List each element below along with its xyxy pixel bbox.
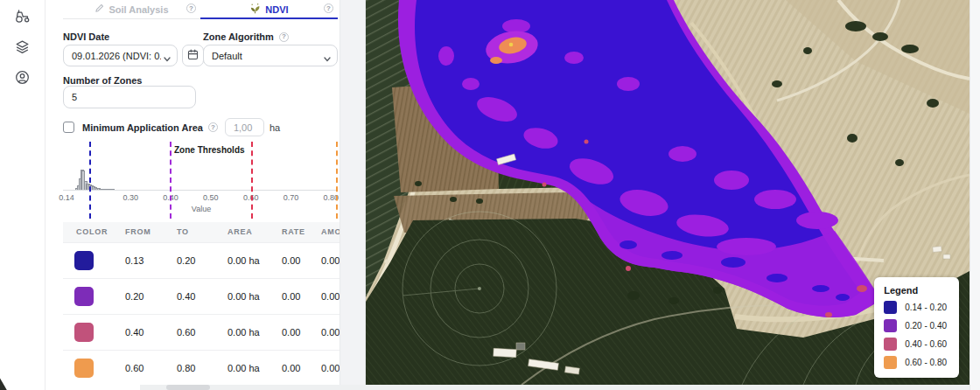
min-area-unit: ha <box>270 122 280 133</box>
help-icon[interactable]: ? <box>186 3 196 13</box>
zones-table: COLORFROMTOAREARATEAMOUNT 0.130.200.00 h… <box>63 222 340 386</box>
table-cell-amount: 0.00 <box>321 242 340 278</box>
axis-tick-label: 0.30 <box>123 193 139 202</box>
chart-baseline <box>63 190 336 191</box>
table-cell-area: 0.00 ha <box>228 278 282 314</box>
chart-x-axis-label: Value <box>192 205 211 213</box>
table-column-header: FROM <box>125 222 177 242</box>
table-column-header: TO <box>177 222 228 242</box>
chevron-down-icon <box>164 53 171 64</box>
legend-title: Legend <box>884 285 947 296</box>
help-icon[interactable]: ? <box>324 3 333 13</box>
table-header: COLORFROMTOAREARATEAMOUNT <box>63 222 340 242</box>
ndvi-date-select[interactable]: 09.01.2026 (NDVI: 0.194 <box>63 45 178 66</box>
zone-algorithm-select[interactable]: Default <box>203 45 338 66</box>
table-cell-area: 0.00 ha <box>228 242 282 278</box>
ndvi-histogram: Zone Thresholds Value 0.140.300.400.500.… <box>63 142 340 220</box>
number-of-zones-label: Number of Zones <box>63 75 142 86</box>
table-column-header: AMOUNT <box>321 222 340 242</box>
table-cell-rate: 0.00 <box>282 314 321 350</box>
table-cell-amount: 0.00 <box>321 278 340 314</box>
axis-tick-label: 0.14 <box>59 193 74 202</box>
legend-label: 0.14 - 0.20 <box>905 303 947 312</box>
pencil-icon <box>94 3 104 15</box>
panel-tabs: Soil Analysis ? NDVI ? <box>63 0 338 19</box>
table-cell-to: 0.40 <box>177 278 228 314</box>
zone-color-swatch[interactable] <box>74 287 94 306</box>
table-row[interactable]: 0.600.800.00 ha0.000.00 <box>63 350 340 386</box>
table-column-header: RATE <box>282 222 321 242</box>
zone-settings-panel: Soil Analysis ? NDVI ? NDVI Date Zone Al… <box>46 0 340 390</box>
legend-item: 0.20 - 0.40 <box>884 319 947 332</box>
tab-label: Soil Analysis <box>108 4 168 15</box>
table-column-header: COLOR <box>63 222 125 242</box>
chart-title: Zone Thresholds <box>174 145 245 155</box>
vertical-scrollbar[interactable] <box>970 0 980 390</box>
sidebar-item-layers[interactable] <box>11 37 34 59</box>
satellite-map[interactable]: Legend 0.14 - 0.200.20 - 0.400.40 - 0.60… <box>366 0 970 385</box>
table-cell-rate: 0.00 <box>282 350 321 386</box>
table-cell-from: 0.40 <box>125 314 177 350</box>
legend-label: 0.40 - 0.60 <box>905 339 947 349</box>
help-icon[interactable]: ? <box>279 32 289 42</box>
table-cell-rate: 0.00 <box>282 278 321 314</box>
legend-color-swatch <box>884 338 897 351</box>
help-icon[interactable]: ? <box>208 122 218 132</box>
min-area-checkbox[interactable] <box>63 122 74 133</box>
zone-color-swatch[interactable] <box>74 359 94 378</box>
layers-icon <box>14 38 31 59</box>
tractor-icon <box>14 8 31 28</box>
table-cell-rate: 0.00 <box>282 242 321 278</box>
sprout-icon <box>249 3 261 16</box>
legend-color-swatch <box>884 356 897 369</box>
sidebar-item-farm[interactable] <box>11 6 34 29</box>
sidebar-item-account[interactable] <box>11 67 34 90</box>
ndvi-date-label: NDVI Date <box>63 31 109 42</box>
min-area-label: Minimum Application Area <box>82 122 203 133</box>
legend-color-swatch <box>884 301 897 314</box>
zones-table-container: COLORFROMTOAREARATEAMOUNT 0.130.200.00 h… <box>63 222 340 390</box>
app-sidebar <box>0 0 46 390</box>
table-cell-from: 0.60 <box>125 350 177 386</box>
scrollbar-thumb[interactable] <box>166 385 210 390</box>
table-row[interactable]: 0.200.400.00 ha0.000.00 <box>63 278 340 314</box>
table-cell-area: 0.00 ha <box>228 350 282 386</box>
zone-threshold-line[interactable] <box>251 142 253 219</box>
legend-label: 0.60 - 0.80 <box>905 358 947 367</box>
zone-threshold-line[interactable] <box>89 142 91 219</box>
table-cell-from: 0.13 <box>125 242 177 278</box>
account-icon <box>14 69 31 89</box>
table-cell-area: 0.00 ha <box>228 314 282 350</box>
tab-ndvi[interactable]: NDVI ? <box>200 0 338 18</box>
legend-label: 0.20 - 0.40 <box>905 321 947 331</box>
legend-color-swatch <box>884 319 897 332</box>
chevron-down-icon <box>324 53 331 64</box>
table-cell-to: 0.80 <box>177 350 228 386</box>
min-area-input[interactable]: 1,00 <box>225 118 264 136</box>
zone-color-swatch[interactable] <box>74 251 94 270</box>
table-row[interactable]: 0.400.600.00 ha0.000.00 <box>63 314 340 350</box>
zone-algorithm-label: Zone Algorithm ? <box>203 31 289 42</box>
number-of-zones-input[interactable]: 5 <box>63 86 196 108</box>
legend-item: 0.60 - 0.80 <box>884 356 947 369</box>
legend-item: 0.14 - 0.20 <box>884 301 947 314</box>
min-application-area-row: Minimum Application Area ? 1,00 ha <box>63 118 280 136</box>
axis-tick-label: 0.50 <box>203 193 219 202</box>
tab-soil-analysis[interactable]: Soil Analysis ? <box>63 0 200 18</box>
zone-threshold-line[interactable] <box>170 142 172 219</box>
map-legend: Legend 0.14 - 0.200.20 - 0.400.40 - 0.60… <box>874 277 959 378</box>
zone-threshold-line[interactable] <box>336 142 338 219</box>
tab-label: NDVI <box>265 4 288 15</box>
calendar-button[interactable] <box>182 45 204 66</box>
legend-item: 0.40 - 0.60 <box>884 338 947 351</box>
table-cell-to: 0.20 <box>177 242 228 278</box>
table-row[interactable]: 0.130.200.00 ha0.000.00 <box>63 242 340 278</box>
horizontal-scrollbar[interactable] <box>140 385 970 390</box>
table-cell-to: 0.60 <box>177 314 228 350</box>
axis-tick-label: 0.70 <box>284 193 299 202</box>
table-cell-amount: 0.00 <box>321 350 340 386</box>
panel-map-divider <box>340 0 366 390</box>
table-cell-amount: 0.00 <box>321 314 340 350</box>
zone-color-swatch[interactable] <box>74 323 94 342</box>
calendar-icon <box>187 48 199 64</box>
